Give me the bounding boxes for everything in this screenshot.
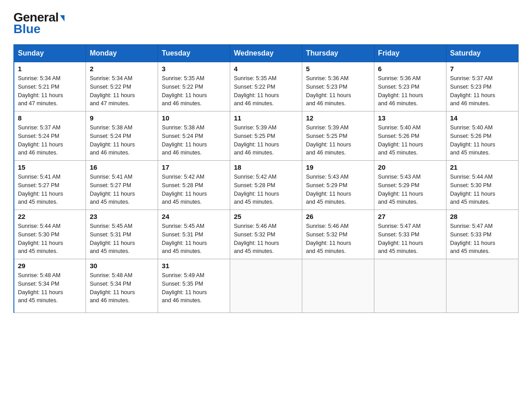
day-number: 10	[162, 114, 226, 122]
day-number: 2	[90, 65, 154, 73]
day-info: Sunrise: 5:43 AMSunset: 5:29 PMDaylight:…	[378, 173, 442, 206]
calendar-cell: 1Sunrise: 5:34 AMSunset: 5:21 PMDaylight…	[14, 62, 86, 111]
day-info: Sunrise: 5:48 AMSunset: 5:34 PMDaylight:…	[90, 271, 154, 305]
day-number: 5	[306, 65, 370, 73]
day-number: 4	[234, 65, 298, 73]
day-info: Sunrise: 5:45 AMSunset: 5:31 PMDaylight:…	[90, 222, 154, 256]
logo-triangle-icon	[60, 15, 64, 21]
day-number: 29	[18, 262, 82, 270]
calendar-cell: 30Sunrise: 5:48 AMSunset: 5:34 PMDayligh…	[86, 259, 158, 313]
day-number: 27	[378, 213, 442, 220]
week-row-2: 8Sunrise: 5:37 AMSunset: 5:24 PMDaylight…	[14, 111, 519, 161]
day-info: Sunrise: 5:41 AMSunset: 5:27 PMDaylight:…	[90, 173, 154, 206]
calendar-cell: 20Sunrise: 5:43 AMSunset: 5:29 PMDayligh…	[374, 161, 446, 210]
header-day-wednesday: Wednesday	[230, 45, 302, 62]
calendar-body: 1Sunrise: 5:34 AMSunset: 5:21 PMDaylight…	[14, 62, 519, 313]
day-number: 11	[234, 114, 298, 122]
calendar-cell: 7Sunrise: 5:37 AMSunset: 5:23 PMDaylight…	[446, 62, 519, 111]
day-info: Sunrise: 5:46 AMSunset: 5:32 PMDaylight:…	[306, 222, 370, 256]
calendar-cell: 27Sunrise: 5:47 AMSunset: 5:33 PMDayligh…	[374, 210, 446, 259]
day-number: 20	[378, 163, 442, 171]
day-info: Sunrise: 5:40 AMSunset: 5:26 PMDaylight:…	[450, 124, 515, 157]
day-number: 30	[90, 262, 154, 270]
header-day-saturday: Saturday	[446, 45, 519, 62]
day-number: 15	[18, 163, 82, 171]
page-header: General Blue	[13, 9, 519, 35]
day-info: Sunrise: 5:42 AMSunset: 5:28 PMDaylight:…	[234, 173, 298, 206]
calendar-cell	[374, 259, 446, 313]
day-number: 26	[306, 213, 370, 220]
calendar-cell: 12Sunrise: 5:39 AMSunset: 5:25 PMDayligh…	[302, 111, 374, 161]
day-number: 14	[450, 114, 515, 122]
day-info: Sunrise: 5:36 AMSunset: 5:23 PMDaylight:…	[306, 74, 370, 108]
calendar-cell: 17Sunrise: 5:42 AMSunset: 5:28 PMDayligh…	[158, 161, 230, 210]
day-info: Sunrise: 5:41 AMSunset: 5:27 PMDaylight:…	[18, 173, 82, 206]
calendar-cell	[230, 259, 302, 313]
week-row-3: 15Sunrise: 5:41 AMSunset: 5:27 PMDayligh…	[14, 161, 519, 210]
day-number: 7	[450, 65, 515, 73]
logo-blue: Blue	[13, 23, 41, 35]
day-number: 28	[450, 213, 515, 220]
calendar-cell: 25Sunrise: 5:46 AMSunset: 5:32 PMDayligh…	[230, 210, 302, 259]
calendar-cell: 22Sunrise: 5:44 AMSunset: 5:30 PMDayligh…	[14, 210, 86, 259]
calendar-cell: 24Sunrise: 5:45 AMSunset: 5:31 PMDayligh…	[158, 210, 230, 259]
calendar-table: SundayMondayTuesdayWednesdayThursdayFrid…	[13, 44, 519, 313]
day-number: 21	[450, 163, 515, 171]
header-day-tuesday: Tuesday	[158, 45, 230, 62]
day-number: 16	[90, 163, 154, 171]
calendar-cell: 10Sunrise: 5:38 AMSunset: 5:24 PMDayligh…	[158, 111, 230, 161]
calendar-cell: 18Sunrise: 5:42 AMSunset: 5:28 PMDayligh…	[230, 161, 302, 210]
day-info: Sunrise: 5:39 AMSunset: 5:25 PMDaylight:…	[306, 124, 370, 157]
day-info: Sunrise: 5:45 AMSunset: 5:31 PMDaylight:…	[162, 222, 226, 256]
day-number: 19	[306, 163, 370, 171]
calendar-cell: 15Sunrise: 5:41 AMSunset: 5:27 PMDayligh…	[14, 161, 86, 210]
day-number: 23	[90, 213, 154, 220]
day-info: Sunrise: 5:37 AMSunset: 5:23 PMDaylight:…	[450, 74, 515, 108]
day-info: Sunrise: 5:36 AMSunset: 5:23 PMDaylight:…	[378, 74, 442, 108]
calendar-cell: 23Sunrise: 5:45 AMSunset: 5:31 PMDayligh…	[86, 210, 158, 259]
day-number: 24	[162, 213, 226, 220]
day-number: 3	[162, 65, 226, 73]
day-info: Sunrise: 5:47 AMSunset: 5:33 PMDaylight:…	[378, 222, 442, 256]
day-info: Sunrise: 5:47 AMSunset: 5:33 PMDaylight:…	[450, 222, 515, 256]
day-info: Sunrise: 5:48 AMSunset: 5:34 PMDaylight:…	[18, 271, 82, 305]
week-row-4: 22Sunrise: 5:44 AMSunset: 5:30 PMDayligh…	[14, 210, 519, 259]
header-day-monday: Monday	[86, 45, 158, 62]
calendar-cell: 5Sunrise: 5:36 AMSunset: 5:23 PMDaylight…	[302, 62, 374, 111]
calendar-cell: 11Sunrise: 5:39 AMSunset: 5:25 PMDayligh…	[230, 111, 302, 161]
calendar-cell: 29Sunrise: 5:48 AMSunset: 5:34 PMDayligh…	[14, 259, 86, 313]
day-info: Sunrise: 5:42 AMSunset: 5:28 PMDaylight:…	[162, 173, 226, 206]
day-number: 17	[162, 163, 226, 171]
calendar-cell: 21Sunrise: 5:44 AMSunset: 5:30 PMDayligh…	[446, 161, 519, 210]
header-day-sunday: Sunday	[14, 45, 86, 62]
calendar-cell: 8Sunrise: 5:37 AMSunset: 5:24 PMDaylight…	[14, 111, 86, 161]
day-info: Sunrise: 5:38 AMSunset: 5:24 PMDaylight:…	[90, 124, 154, 157]
day-info: Sunrise: 5:44 AMSunset: 5:30 PMDaylight:…	[18, 222, 82, 256]
day-number: 31	[162, 262, 226, 270]
day-info: Sunrise: 5:40 AMSunset: 5:26 PMDaylight:…	[378, 124, 442, 157]
day-info: Sunrise: 5:46 AMSunset: 5:32 PMDaylight:…	[234, 222, 298, 256]
day-info: Sunrise: 5:35 AMSunset: 5:22 PMDaylight:…	[162, 74, 226, 108]
day-number: 25	[234, 213, 298, 220]
day-info: Sunrise: 5:35 AMSunset: 5:22 PMDaylight:…	[234, 74, 298, 108]
calendar-cell: 19Sunrise: 5:43 AMSunset: 5:29 PMDayligh…	[302, 161, 374, 210]
day-number: 22	[18, 213, 82, 220]
calendar-cell: 4Sunrise: 5:35 AMSunset: 5:22 PMDaylight…	[230, 62, 302, 111]
day-info: Sunrise: 5:37 AMSunset: 5:24 PMDaylight:…	[18, 124, 82, 157]
week-row-5: 29Sunrise: 5:48 AMSunset: 5:34 PMDayligh…	[14, 259, 519, 313]
calendar-cell	[302, 259, 374, 313]
calendar-cell: 31Sunrise: 5:49 AMSunset: 5:35 PMDayligh…	[158, 259, 230, 313]
day-number: 9	[90, 114, 154, 122]
calendar-cell: 3Sunrise: 5:35 AMSunset: 5:22 PMDaylight…	[158, 62, 230, 111]
calendar-cell	[446, 259, 519, 313]
day-info: Sunrise: 5:43 AMSunset: 5:29 PMDaylight:…	[306, 173, 370, 206]
day-number: 6	[378, 65, 442, 73]
calendar-cell: 16Sunrise: 5:41 AMSunset: 5:27 PMDayligh…	[86, 161, 158, 210]
calendar-cell: 6Sunrise: 5:36 AMSunset: 5:23 PMDaylight…	[374, 62, 446, 111]
calendar-cell: 13Sunrise: 5:40 AMSunset: 5:26 PMDayligh…	[374, 111, 446, 161]
calendar-cell: 2Sunrise: 5:34 AMSunset: 5:22 PMDaylight…	[86, 62, 158, 111]
header-day-friday: Friday	[374, 45, 446, 62]
day-number: 18	[234, 163, 298, 171]
day-info: Sunrise: 5:34 AMSunset: 5:22 PMDaylight:…	[90, 74, 154, 108]
calendar-cell: 14Sunrise: 5:40 AMSunset: 5:26 PMDayligh…	[446, 111, 519, 161]
